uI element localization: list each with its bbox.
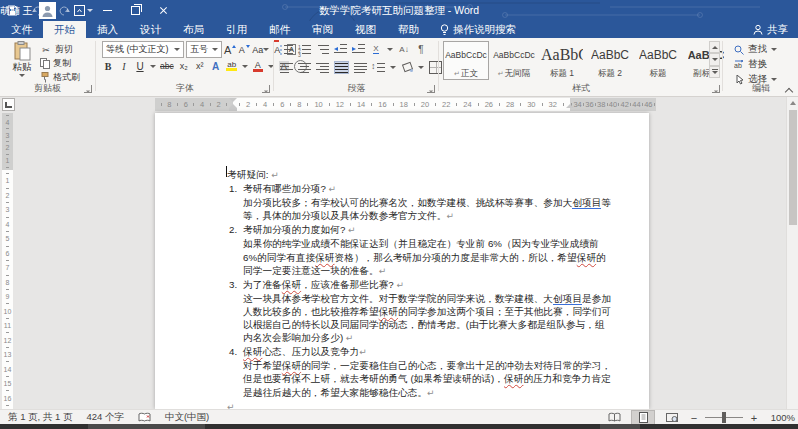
strikethrough-button[interactable]	[160, 59, 174, 73]
undo-button[interactable]	[30, 3, 46, 19]
restore-button[interactable]	[122, 0, 150, 21]
ribbon-group-styles: AaBbCcDc↵正文AaBbCcDc↵无间隔AaBbC标题 1AaBbC标题 …	[440, 38, 722, 96]
vertical-scrollbar[interactable]	[786, 97, 798, 409]
page-indicator[interactable]: 第 1 页, 共 1 页	[8, 411, 72, 424]
tab-审阅[interactable]: 审阅	[301, 21, 344, 38]
tab-设计[interactable]: 设计	[129, 21, 172, 38]
line-spacing-button[interactable]	[372, 62, 385, 73]
show-formatting-marks-button[interactable]	[415, 42, 427, 56]
tell-me-search[interactable]: 操作说明搜索	[430, 21, 526, 38]
print-layout-button[interactable]	[631, 410, 655, 425]
shading-button[interactable]	[401, 62, 413, 72]
bold-button[interactable]	[102, 59, 114, 73]
word-count[interactable]: 424 个字	[86, 411, 124, 424]
style-label: 标题	[650, 68, 667, 79]
paragraph[interactable]: 对于希望保研的同学，一定要稳住自己的心态，要拿出十足的冲劲去对待日常的学习，但是…	[243, 359, 612, 399]
paragraph[interactable]: 这一块具体参考学校官方文件。对于数学学院的同学来说，数学建模、大创项目是参加人数…	[243, 292, 612, 345]
paragraph[interactable]: 1.考研有哪些加分项? ↵	[227, 182, 612, 196]
tab-邮件[interactable]: 邮件	[258, 21, 301, 38]
align-right-button[interactable]	[316, 62, 329, 73]
styles-dialog-launcher[interactable]	[712, 85, 720, 93]
replace-button[interactable]: ab 替换	[734, 58, 767, 71]
collapse-ribbon-button[interactable]	[784, 86, 794, 94]
font-size-select[interactable]: 五号	[186, 41, 222, 58]
italic-button[interactable]	[118, 59, 130, 73]
close-button[interactable]	[150, 0, 178, 21]
shrink-font-button[interactable]	[238, 43, 250, 57]
tab-开始[interactable]: 开始	[43, 21, 86, 38]
asian-layout-button[interactable]	[370, 42, 382, 56]
font-dialog-launcher[interactable]	[262, 85, 270, 93]
ruler-tick	[642, 103, 643, 106]
tab-布局[interactable]: 布局	[172, 21, 215, 38]
document-text[interactable]: 考研疑问: ↵1.考研有哪些加分项? ↵加分项比较多；有学校认可的比赛名次，如数…	[155, 113, 649, 414]
tab-插入[interactable]: 插入	[86, 21, 129, 38]
customize-qat-button[interactable]	[82, 3, 98, 19]
style-标题 1[interactable]: AaBbC标题 1	[539, 41, 585, 80]
minimize-icon	[103, 10, 112, 11]
style-gallery-more-button[interactable]	[709, 66, 720, 78]
tab-视图[interactable]: 视图	[344, 21, 387, 38]
ruler-number: 44	[632, 100, 640, 109]
zoom-in-button[interactable]: +	[749, 412, 759, 424]
style-scroll-up-button[interactable]	[709, 41, 720, 53]
text-run: 考研有哪些加分项?	[243, 183, 329, 194]
find-button[interactable]: 查找	[734, 43, 777, 56]
save-button[interactable]	[4, 3, 20, 19]
ribbon: 粘贴 ✂ 剪切 复制	[0, 38, 798, 97]
tab-stop-selector[interactable]	[2, 98, 15, 111]
style-无间隔[interactable]: AaBbCcDc↵无间隔	[491, 41, 537, 80]
sort-button[interactable]	[398, 42, 410, 56]
bullets-button[interactable]	[280, 44, 293, 55]
ruler-tick	[542, 103, 543, 106]
paragraph[interactable]: 2.考研加分项的力度如何? ↵	[227, 223, 612, 237]
paragraph-dialog-launcher[interactable]	[427, 85, 435, 93]
tab-帮助[interactable]: 帮助	[387, 21, 430, 38]
style-标题 2[interactable]: AaBbC标题 2	[587, 41, 633, 80]
style-正文[interactable]: AaBbCcDc↵正文	[443, 41, 489, 80]
distribute-button[interactable]	[354, 62, 367, 73]
paragraph[interactable]: 加分项比较多；有学校认可的比赛名次，如数学建模、挑战杯等赛事、参加大创项目等等，…	[243, 196, 612, 223]
paragraph[interactable]: 如果你的纯学业成绩不能保证达到（并且稳定在）专业前 6%（因为专业学业成绩前 6…	[243, 237, 612, 277]
copy-button[interactable]: 复制	[40, 57, 71, 70]
text-effects-button[interactable]	[210, 59, 222, 73]
font-name-select[interactable]: 等线 (中文正文)	[102, 41, 184, 58]
web-layout-button[interactable]	[661, 411, 683, 424]
paragraph[interactable]: 3.为了准备保研，应该准备那些比赛? ↵	[227, 278, 612, 292]
tab-引用[interactable]: 引用	[215, 21, 258, 38]
paragraph[interactable]: 考研疑问: ↵	[227, 168, 612, 182]
grow-font-button[interactable]	[224, 43, 236, 57]
style-scroll-down-button[interactable]	[709, 53, 720, 65]
scroll-up-button[interactable]	[787, 97, 798, 109]
scrollbar-thumb[interactable]	[789, 110, 797, 225]
decrease-indent-button[interactable]	[334, 44, 347, 55]
increase-indent-button[interactable]	[352, 44, 365, 55]
align-left-button[interactable]	[280, 62, 293, 73]
underline-button[interactable]	[134, 59, 146, 73]
tab-文件[interactable]: 文件	[0, 21, 43, 38]
left-indent-marker[interactable]	[229, 108, 237, 111]
zoom-slider[interactable]	[705, 417, 743, 418]
numbering-button[interactable]: 123	[298, 44, 311, 55]
read-mode-button[interactable]	[603, 411, 625, 424]
subscript-button[interactable]	[178, 59, 190, 73]
language-indicator[interactable]: 中文(中国)	[165, 411, 209, 424]
style-标题[interactable]: AaBbC标题	[635, 41, 681, 80]
share-button[interactable]: 共享	[747, 21, 794, 38]
redo-button[interactable]	[56, 3, 72, 19]
superscript-button[interactable]	[194, 59, 206, 73]
change-case-button[interactable]	[252, 43, 269, 57]
align-center-button[interactable]	[298, 62, 311, 73]
justify-button[interactable]	[334, 61, 349, 74]
print-layout-icon	[638, 412, 649, 423]
zoom-level[interactable]: 100%	[765, 412, 795, 423]
zoom-out-button[interactable]: −	[689, 412, 699, 424]
highlight-color-button[interactable]	[226, 59, 238, 73]
font-color-button[interactable]	[252, 59, 264, 73]
multilevel-list-button[interactable]	[316, 44, 329, 55]
paragraph[interactable]: 4.保研心态、压力以及竞争力↵	[227, 345, 612, 359]
zoom-slider-thumb[interactable]	[722, 412, 726, 423]
clipboard-dialog-launcher[interactable]	[84, 85, 92, 93]
proofing-status-button[interactable]	[138, 412, 151, 423]
cut-button[interactable]: ✂ 剪切	[40, 43, 73, 56]
